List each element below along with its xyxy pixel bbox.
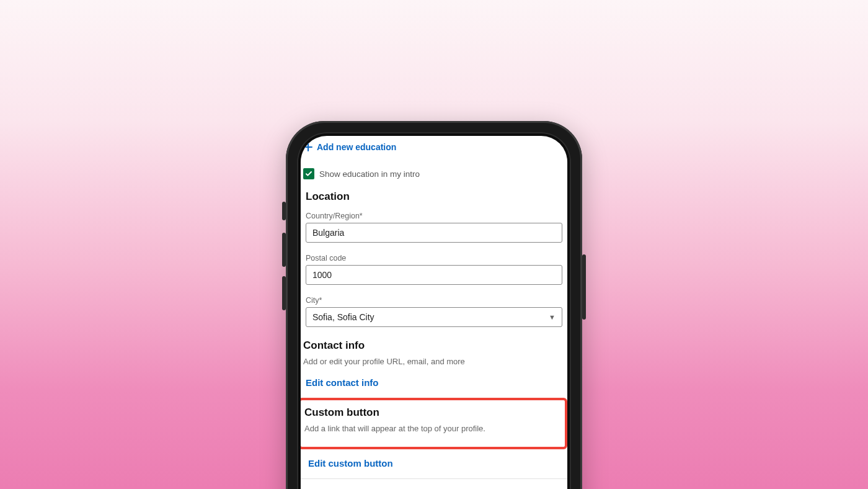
custom-button-subtext: Add a link that will appear at the top o… — [302, 423, 561, 436]
phone-side-button — [582, 254, 586, 320]
postal-code-value: 1000 — [312, 270, 332, 280]
phone-side-button — [282, 233, 286, 267]
profile-edit-form: Add new education Show education in my i… — [301, 136, 567, 479]
location-section: Location Country/Region* Bulgaria Postal… — [301, 191, 567, 327]
custom-button-section: Custom button Add a link that will appea… — [302, 406, 561, 436]
country-region-value: Bulgaria — [312, 228, 344, 238]
phone-bezel: Add new education Show education in my i… — [297, 132, 571, 489]
phone-side-button — [282, 276, 286, 310]
city-label: City* — [303, 291, 565, 307]
plus-icon — [303, 142, 313, 152]
custom-button-highlight: Custom button Add a link that will appea… — [301, 398, 567, 449]
postal-code-label: Postal code — [303, 249, 565, 265]
contact-info-section: Contact info Add or edit your profile UR… — [301, 333, 567, 398]
country-region-label: Country/Region* — [303, 207, 565, 223]
postal-code-input[interactable]: 1000 — [306, 265, 562, 285]
phone-screen: Add new education Show education in my i… — [301, 136, 567, 489]
custom-button-heading: Custom button — [302, 406, 561, 423]
checkbox-checked-icon[interactable] — [303, 168, 314, 179]
section-divider — [301, 478, 567, 479]
show-education-checkbox-row[interactable]: Show education in my intro — [301, 157, 567, 191]
city-select[interactable]: Sofia, Sofia City ▼ — [306, 307, 562, 327]
chevron-down-icon: ▼ — [549, 313, 556, 321]
phone-side-button — [282, 202, 286, 220]
city-value: Sofia, Sofia City — [312, 312, 374, 322]
location-heading: Location — [303, 191, 565, 207]
edit-custom-button-link[interactable]: Edit custom button — [301, 449, 398, 478]
phone-frame: Add new education Show education in my i… — [286, 121, 582, 489]
add-new-education-link[interactable]: Add new education — [301, 136, 567, 157]
contact-info-subtext: Add or edit your profile URL, email, and… — [301, 356, 567, 369]
add-education-label: Add new education — [317, 142, 396, 152]
show-education-label: Show education in my intro — [319, 169, 420, 179]
country-region-select[interactable]: Bulgaria — [306, 223, 562, 243]
contact-info-heading: Contact info — [301, 339, 567, 356]
edit-contact-info-link[interactable]: Edit contact info — [301, 369, 384, 398]
